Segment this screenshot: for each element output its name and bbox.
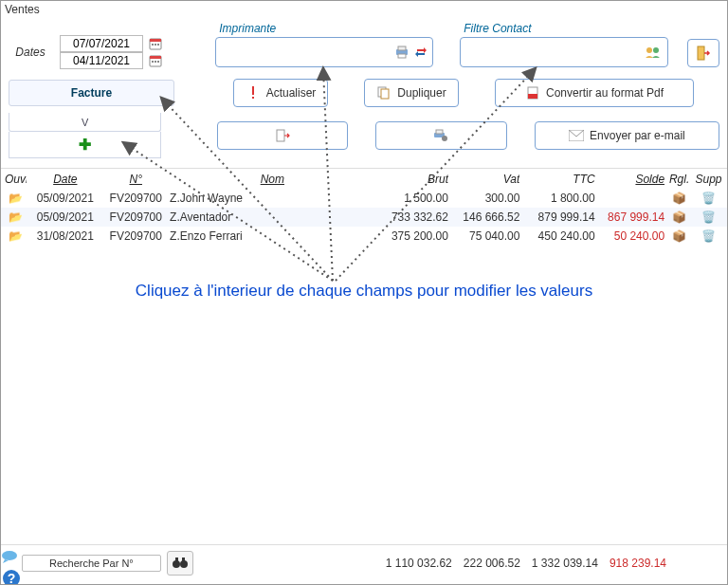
- actualiser-label: Actualiser: [266, 86, 317, 100]
- v-row: V: [9, 113, 161, 132]
- help-icon[interactable]: ?: [2, 569, 21, 585]
- hdr-ouvrir: Ouvrir: [5, 173, 27, 186]
- svg-rect-8: [155, 61, 156, 63]
- open-icon[interactable]: 📂: [5, 192, 27, 205]
- dupliquer-label: Dupliquer: [397, 86, 446, 100]
- open-icon[interactable]: 📂: [5, 210, 27, 224]
- svg-rect-17: [252, 97, 254, 99]
- hdr-brut: Brut: [375, 173, 448, 186]
- delete-icon[interactable]: 🗑️: [694, 229, 723, 243]
- open-icon[interactable]: 📂: [5, 229, 27, 243]
- cell-date: 05/09/2021: [27, 210, 103, 224]
- cell-vat: 75 040.00: [448, 229, 519, 243]
- calendar-icon[interactable]: [149, 54, 162, 67]
- svg-rect-22: [277, 130, 284, 141]
- filter-contact-combo[interactable]: [460, 37, 668, 67]
- cell-no: FV209700: [103, 210, 168, 224]
- date-from-input[interactable]: [60, 35, 143, 52]
- dates-label: Dates: [9, 46, 52, 59]
- svg-point-13: [646, 47, 652, 53]
- add-button[interactable]: ✚: [9, 132, 161, 158]
- table-row[interactable]: 📂 31/08/2021 FV209700 Z.Enzo Ferrari 375…: [1, 227, 727, 246]
- cell-no: FV209700: [103, 192, 168, 205]
- svg-rect-4: [157, 44, 159, 46]
- search-button[interactable]: [167, 551, 193, 576]
- svg-rect-6: [150, 56, 161, 59]
- svg-text:?: ?: [8, 571, 16, 585]
- cell-vat: 146 666.52: [448, 210, 519, 224]
- copy-icon: [376, 85, 391, 101]
- total-ttc: 1 332 039.14: [532, 557, 598, 570]
- svg-rect-9: [157, 61, 159, 63]
- cell-solde: 50 240.00: [595, 229, 664, 243]
- delete-icon[interactable]: 🗑️: [694, 210, 723, 224]
- hdr-supp: Supp: [694, 173, 723, 186]
- pdf-icon: [525, 85, 540, 101]
- swap-icon: [415, 46, 427, 58]
- rgl-icon[interactable]: 📦: [664, 229, 694, 243]
- total-vat: 222 006.52: [464, 557, 520, 570]
- svg-rect-7: [152, 61, 154, 63]
- door-exit-icon: [696, 46, 711, 61]
- document-arrow-icon: [275, 128, 290, 143]
- callout-annotation: Cliquez à l'interieur de chaque champs p…: [39, 282, 689, 301]
- cell-ttc: 450 240.00: [519, 229, 594, 243]
- cell-brut: 1 500.00: [375, 192, 448, 205]
- hdr-nom[interactable]: Nom: [168, 173, 375, 186]
- contacts-icon: [645, 46, 662, 59]
- svg-rect-12: [398, 54, 406, 58]
- svg-rect-11: [398, 46, 406, 50]
- exit-button[interactable]: [687, 39, 719, 67]
- table-row[interactable]: 📂 05/09/2021 FV209700 Z.Aventador 733 33…: [1, 208, 727, 227]
- dupliquer-button[interactable]: Dupliquer: [364, 79, 459, 107]
- action2-button[interactable]: [217, 121, 348, 150]
- dates-block: Dates: [9, 22, 168, 69]
- convert-pdf-button[interactable]: Convertir au format Pdf: [495, 79, 694, 107]
- hdr-ttc: TTC: [519, 173, 594, 186]
- cell-nom: Z.Aventador: [168, 210, 375, 224]
- hdr-vat: Vat: [448, 173, 519, 186]
- svg-point-27: [2, 551, 17, 560]
- cell-nom: Z.John Wayne: [168, 192, 375, 205]
- facture-tab[interactable]: Facture: [9, 80, 174, 106]
- hdr-no[interactable]: N°: [103, 173, 168, 186]
- date-to-input[interactable]: [60, 52, 143, 69]
- cell-solde: 867 999.14: [595, 210, 664, 224]
- grid-header: Ouvrir Date N° Nom Brut Vat TTC Solde Rg…: [1, 168, 727, 189]
- footer: ? Recherche Par N° 1 110 032.62 222 006.…: [1, 544, 727, 584]
- actualiser-button[interactable]: Actualiser: [233, 79, 328, 107]
- printer-label: Imprimante: [215, 22, 433, 37]
- search-by-number-input[interactable]: Recherche Par N°: [22, 555, 161, 572]
- send-email-button[interactable]: Envoyer par e-mail: [535, 121, 719, 150]
- speech-bubble-icon: [1, 550, 20, 563]
- hdr-solde[interactable]: Solde: [595, 173, 664, 186]
- printer-gear-icon: [433, 128, 448, 143]
- action3-button[interactable]: [375, 121, 506, 150]
- rgl-icon[interactable]: 📦: [664, 192, 694, 205]
- svg-rect-15: [698, 46, 704, 60]
- cell-brut: 733 332.62: [375, 210, 448, 224]
- cell-date: 05/09/2021: [27, 192, 103, 205]
- send-email-label: Envoyer par e-mail: [590, 129, 685, 142]
- svg-rect-16: [252, 86, 254, 95]
- total-solde: 918 239.14: [610, 557, 666, 570]
- rgl-icon[interactable]: 📦: [664, 210, 694, 224]
- svg-rect-2: [152, 44, 154, 46]
- table-row[interactable]: 📂 05/09/2021 FV209700 Z.John Wayne 1 500…: [1, 189, 727, 208]
- calendar-icon[interactable]: [149, 37, 162, 50]
- svg-rect-21: [528, 94, 537, 99]
- window-title: Ventes: [1, 1, 727, 22]
- svg-rect-32: [175, 558, 178, 562]
- printer-combo[interactable]: [215, 37, 433, 67]
- svg-rect-19: [381, 89, 389, 99]
- svg-point-25: [442, 136, 447, 141]
- svg-rect-33: [182, 558, 185, 562]
- convert-pdf-label: Convertir au format Pdf: [546, 86, 664, 100]
- hdr-date[interactable]: Date: [27, 173, 103, 186]
- hdr-rgl: Rgl.: [664, 173, 694, 186]
- binoculars-icon: [173, 558, 188, 569]
- exclamation-icon: [246, 85, 261, 101]
- cell-nom: Z.Enzo Ferrari: [168, 229, 375, 243]
- cell-no: FV209700: [103, 229, 168, 243]
- delete-icon[interactable]: 🗑️: [694, 192, 723, 205]
